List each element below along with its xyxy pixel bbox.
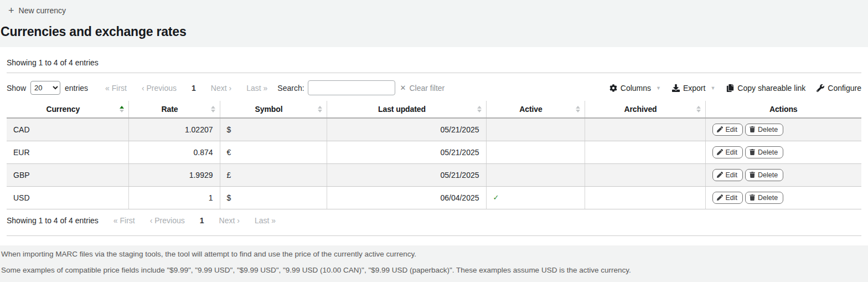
copy-icon [726,84,734,92]
sort-icon[interactable] [211,106,215,112]
chevron-right-icon: › [229,84,231,93]
pagination-current-page[interactable]: 1 [192,84,196,93]
currencies-table: Currency Rate Symbol Last updated Active… [7,101,861,209]
page-size-group: Show 20 entries [7,81,88,95]
edit-label: Edit [726,194,738,202]
header-label: Currency [46,105,80,114]
gear-icon [609,84,617,92]
column-header-symbol[interactable]: Symbol [220,101,327,118]
table-row-usd: USD 1 $ 06/04/2025 ✓ EditDelete [7,186,861,209]
new-currency-button[interactable]: + New currency [8,6,66,15]
currency-cell: EUR [7,141,128,163]
actions-cell: EditDelete [705,141,861,163]
double-chevron-left-icon: « [113,216,118,225]
archived-cell [585,118,705,141]
actions-cell: EditDelete [705,118,861,141]
delete-label: Delete [758,148,778,156]
export-label: Export [683,84,705,93]
new-currency-label: New currency [19,6,66,15]
column-header-last-updated[interactable]: Last updated [327,101,486,118]
double-chevron-right-icon: » [271,216,276,225]
page-size-select[interactable]: 20 [30,81,60,95]
clear-filter-button[interactable]: ✕ Clear filter [400,84,445,93]
rate-cell: 0.874 [128,141,220,163]
sort-icon[interactable] [477,106,482,112]
plus-icon: + [8,7,14,14]
chevron-down-icon: ▼ [656,85,661,91]
active-cell [486,163,585,186]
delete-label: Delete [758,194,778,202]
table-row-eur: EUR 0.874 € 05/21/2025 EditDelete [7,141,861,163]
edit-button[interactable]: Edit [712,169,743,181]
archived-cell [585,186,705,209]
header-label: Archived [624,105,657,114]
header-label: Last updated [378,105,426,114]
trash-icon [750,149,755,155]
pagination-last-button[interactable]: Last » [255,216,276,225]
delete-button[interactable]: Delete [745,124,783,136]
trash-icon [750,172,755,178]
controls-left: Show 20 entries « First ‹ Previous 1 Nex… [7,80,445,95]
wrench-icon [817,84,824,92]
rate-cell: 1 [128,186,220,209]
trash-icon [750,194,755,201]
column-header-currency[interactable]: Currency [7,101,128,118]
column-header-archived[interactable]: Archived [585,101,705,118]
currency-cell: CAD [7,118,128,141]
delete-label: Delete [758,126,778,134]
pagination-last-label: Last [246,84,261,93]
actions-cell: EditDelete [705,186,861,209]
sort-icon[interactable] [696,106,701,112]
chevron-left-icon: ‹ [142,84,144,93]
columns-button[interactable]: Columns ▼ [609,84,661,93]
edit-label: Edit [726,126,738,134]
pagination-current-page[interactable]: 1 [200,216,204,225]
edit-button[interactable]: Edit [712,124,743,136]
pencil-icon [717,126,723,132]
pagination-next-button[interactable]: Next › [211,84,231,93]
search-group: Search: ✕ Clear filter [277,80,445,95]
pagination-previous-button[interactable]: ‹ Previous [150,216,185,225]
pagination-first-button[interactable]: « First [113,216,135,225]
delete-label: Delete [758,171,778,179]
column-header-actions: Actions [705,101,861,118]
table-header-row: Currency Rate Symbol Last updated Active… [7,101,861,118]
sort-icon[interactable] [318,106,322,112]
edit-button[interactable]: Edit [712,146,743,158]
edit-label: Edit [726,171,738,179]
configure-button[interactable]: Configure [817,84,861,93]
sort-icon[interactable] [576,106,580,112]
pagination-next-label: Next [219,216,235,225]
active-check-cell: ✓ [486,186,585,209]
actions-cell: EditDelete [705,163,861,186]
delete-button[interactable]: Delete [745,192,783,204]
pagination-previous-label: Previous [154,216,184,225]
pagination-first-button[interactable]: « First [105,84,127,93]
currency-cell: GBP [7,163,128,186]
sort-ascending-icon[interactable] [120,106,124,112]
chevron-left-icon: ‹ [150,216,153,225]
delete-button[interactable]: Delete [745,169,783,181]
pagination-last-button[interactable]: Last » [246,84,267,93]
copy-shareable-link-button[interactable]: Copy shareable link [726,84,805,93]
active-cell [486,118,585,141]
rate-cell: 1.9929 [128,163,220,186]
edit-button[interactable]: Edit [712,192,743,204]
header-label: Rate [162,105,178,114]
currency-cell: USD [7,186,128,209]
last-updated-cell: 05/21/2025 [327,141,486,163]
controls-right: Columns ▼ Export ▼ Copy shareable link C… [609,84,861,93]
pagination-next-label: Next [211,84,227,93]
column-header-active[interactable]: Active [486,101,585,118]
pagination-next-button[interactable]: Next › [219,216,240,225]
column-header-rate[interactable]: Rate [128,101,220,118]
search-input[interactable] [308,80,395,95]
pagination-previous-button[interactable]: ‹ Previous [142,84,177,93]
delete-button[interactable]: Delete [745,146,783,158]
pagination-previous-label: Previous [147,84,177,93]
symbol-cell: £ [220,163,327,186]
search-label: Search: [277,84,304,93]
export-button[interactable]: Export ▼ [672,84,715,93]
table-info-bottom: Showing 1 to 4 of 4 entries [7,216,99,225]
archived-cell [585,141,705,163]
